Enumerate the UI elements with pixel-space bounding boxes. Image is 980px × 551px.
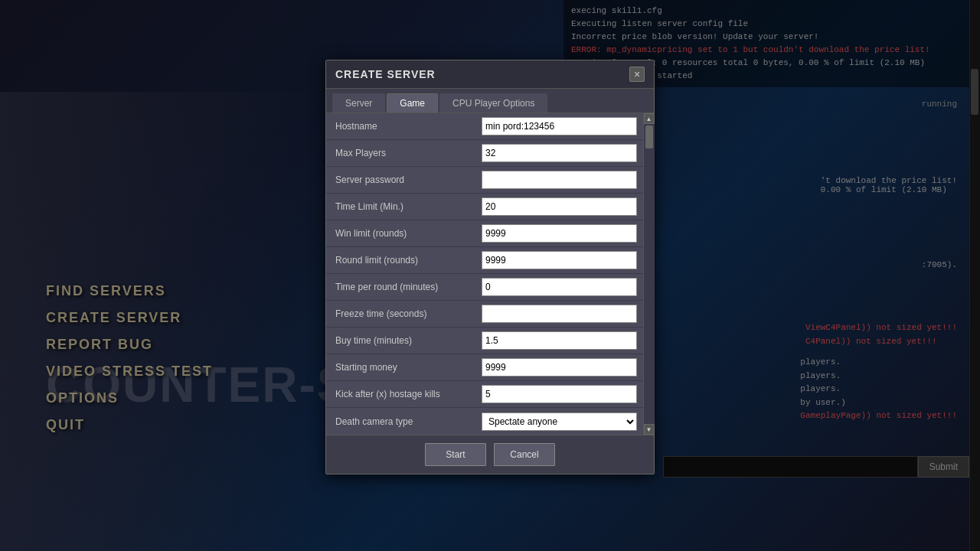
form-row-hostname: Hostname xyxy=(326,113,643,140)
label-max-players: Max Players xyxy=(326,143,475,163)
input-hostage-kills[interactable] xyxy=(482,385,637,403)
tab-server[interactable]: Server xyxy=(332,93,385,112)
dialog-title: CREATE SERVER xyxy=(335,68,436,80)
input-max-players[interactable] xyxy=(482,144,637,162)
scroll-down-button[interactable]: ▼ xyxy=(644,424,655,435)
tab-game[interactable]: Game xyxy=(387,93,438,112)
label-buy-time: Buy time (minutes) xyxy=(326,331,475,350)
input-win-limit[interactable] xyxy=(482,224,637,243)
input-starting-money[interactable] xyxy=(482,358,637,377)
label-round-limit: Round limit (rounds) xyxy=(326,250,475,270)
form-row-death-camera: Death camera type Spectate anyone First … xyxy=(326,408,643,435)
form-row-round-limit: Round limit (rounds) xyxy=(326,247,643,274)
form-row-buy-time: Buy time (minutes) xyxy=(326,328,643,354)
form-row-hostage-kills: Kick after (x) hostage kills xyxy=(326,381,643,408)
form-row-win-limit: Win limit (rounds) xyxy=(326,220,643,247)
form-row-max-players: Max Players xyxy=(326,140,643,167)
input-buy-time[interactable] xyxy=(482,331,637,350)
label-hostname: Hostname xyxy=(326,116,475,136)
label-freeze-time: Freeze time (seconds) xyxy=(326,304,475,324)
label-time-limit: Time Limit (Min.) xyxy=(326,197,475,217)
form-row-freeze-time: Freeze time (seconds) xyxy=(326,301,643,328)
form-row-time-per-round: Time per round (minutes) xyxy=(326,274,643,301)
create-server-dialog: CREATE SERVER × Server Game CPU Player O… xyxy=(325,60,655,474)
scroll-track xyxy=(644,124,655,424)
form-row-server-password: Server password xyxy=(326,167,643,194)
dialog-scrollbar[interactable]: ▲ ▼ xyxy=(643,113,654,435)
label-server-password: Server password xyxy=(326,170,475,190)
input-freeze-time[interactable] xyxy=(482,305,637,323)
label-starting-money: Starting money xyxy=(326,357,475,377)
label-hostage-kills: Kick after (x) hostage kills xyxy=(326,384,475,404)
dialog-tabs: Server Game CPU Player Options xyxy=(326,89,654,113)
cancel-button[interactable]: Cancel xyxy=(494,443,555,466)
input-server-password[interactable] xyxy=(482,171,637,189)
start-button[interactable]: Start xyxy=(425,443,486,466)
scroll-thumb[interactable] xyxy=(645,126,653,148)
label-death-camera: Death camera type xyxy=(326,412,475,432)
scroll-up-button[interactable]: ▲ xyxy=(644,113,655,124)
input-time-limit[interactable] xyxy=(482,197,637,216)
form-row-time-limit: Time Limit (Min.) xyxy=(326,194,643,220)
select-death-camera[interactable]: Spectate anyone First person only Free l… xyxy=(482,412,637,431)
label-time-per-round: Time per round (minutes) xyxy=(326,277,475,297)
input-round-limit[interactable] xyxy=(482,251,637,269)
tab-cpu-player-options[interactable]: CPU Player Options xyxy=(439,93,547,112)
dialog-overlay: CREATE SERVER × Server Game CPU Player O… xyxy=(0,0,980,551)
form-row-starting-money: Starting money xyxy=(326,354,643,381)
dialog-scroll-area: Hostname Max Players Server password Tim… xyxy=(326,113,643,435)
input-time-per-round[interactable] xyxy=(482,278,637,296)
dialog-footer: Start Cancel xyxy=(326,435,654,474)
label-win-limit: Win limit (rounds) xyxy=(326,223,475,243)
dialog-body: Hostname Max Players Server password Tim… xyxy=(326,113,654,435)
dialog-titlebar: CREATE SERVER × xyxy=(326,60,654,89)
dialog-close-button[interactable]: × xyxy=(629,67,645,82)
input-hostname[interactable] xyxy=(482,117,637,135)
